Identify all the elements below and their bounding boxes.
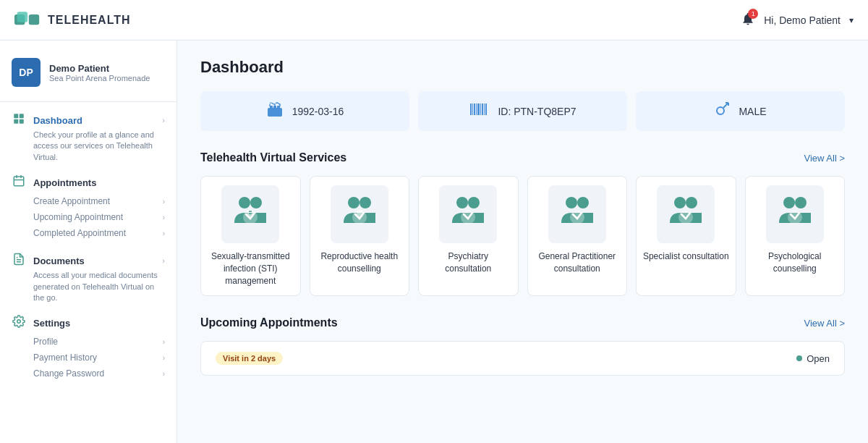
visit-badge: Visit in 2 days	[216, 352, 283, 365]
svg-point-39	[359, 197, 371, 208]
chevron-right-icon: ›	[163, 229, 165, 237]
chevron-right-icon: ›	[163, 338, 165, 346]
svg-rect-23	[474, 104, 475, 115]
service-card-reproductive[interactable]: Reproductive health counselling	[310, 176, 410, 296]
avatar: DP	[12, 58, 41, 87]
birthday-icon	[266, 102, 284, 120]
app-name: TELEHEALTH	[48, 14, 131, 27]
svg-rect-25	[477, 104, 480, 115]
service-card-sti[interactable]: Sexually-transmitted infection (STI) man…	[200, 176, 301, 296]
sidebar-item-dashboard[interactable]: Dashboard › Check your profile at a glan…	[0, 108, 176, 167]
service-icon-reproductive	[331, 185, 388, 243]
appointments-section-header: Upcoming Appointments View All >	[200, 316, 845, 329]
service-label-psychiatry: Psychiatry consultation	[425, 250, 512, 275]
service-card-psychological[interactable]: Psychological counselling	[745, 176, 846, 296]
dob-card: 1992-03-16	[200, 91, 409, 131]
sidebar-desc-dashboard: Check your profile at a glance and acces…	[12, 130, 165, 163]
service-icon-gp	[548, 185, 606, 243]
open-status: Open	[807, 353, 830, 364]
dob-value: 1992-03-16	[292, 106, 344, 117]
chevron-right-icon: ›	[163, 198, 165, 206]
svg-point-46	[577, 197, 589, 208]
services-section-header: Telehealth Virtual Services View All >	[200, 151, 845, 164]
sidebar-item-appointments[interactable]: Appointments Create Appointment › Upcomi…	[0, 170, 176, 245]
svg-rect-7	[14, 177, 24, 186]
user-greeting[interactable]: Hi, Demo Patient	[764, 14, 841, 26]
info-cards-row: 1992-03-16 ID: PTN-TQ	[200, 91, 845, 131]
user-menu-chevron[interactable]: ▾	[849, 15, 854, 25]
service-label-specialist: Specialist consultation	[643, 250, 729, 263]
svg-rect-28	[484, 104, 485, 115]
logo-area: TELEHEALTH	[14, 10, 131, 30]
services-grid: Sexually-transmitted infection (STI) man…	[200, 176, 845, 296]
patient-id-card: ID: PTN-TQ8EP7	[418, 91, 627, 131]
svg-rect-26	[480, 104, 481, 115]
svg-rect-27	[482, 104, 483, 115]
notification-bell[interactable]: 1	[741, 12, 755, 29]
appointment-card: Visit in 2 days Open	[200, 341, 845, 376]
svg-point-13	[17, 320, 21, 324]
gender-icon	[714, 101, 730, 121]
chevron-right-icon: ›	[163, 214, 165, 222]
sidebar-item-documents[interactable]: Documents › Access all your medical docu…	[0, 248, 176, 308]
sidebar-item-create-appointment[interactable]: Create Appointment ›	[33, 193, 165, 209]
sidebar-item-completed-appointment[interactable]: Completed Appointment ›	[33, 225, 165, 241]
services-view-all[interactable]: View All >	[804, 153, 846, 164]
appointments-subitems: Create Appointment › Upcoming Appointmen…	[12, 193, 165, 241]
svg-rect-41	[357, 210, 362, 217]
svg-point-35	[250, 197, 262, 208]
svg-rect-4	[20, 114, 24, 118]
service-icon-specialist	[657, 185, 715, 243]
svg-rect-3	[14, 114, 18, 118]
service-label-gp: General Practitioner consultation	[534, 250, 621, 275]
sidebar-item-change-password[interactable]: Change Password ›	[33, 366, 165, 381]
service-icon-psychiatry	[439, 185, 497, 243]
service-card-psychiatry[interactable]: Psychiatry consultation	[418, 176, 519, 296]
service-card-specialist[interactable]: Specialist consultation	[636, 176, 736, 296]
logo-icon	[14, 10, 41, 30]
user-profile: DP Demo Patient Sea Point Arena Promenad…	[0, 52, 176, 102]
settings-icon	[12, 315, 26, 331]
svg-rect-29	[485, 104, 487, 115]
gender-card: MALE	[636, 91, 845, 131]
svg-point-42	[456, 197, 468, 208]
sidebar-desc-documents: Access all your medical documents genera…	[12, 270, 165, 303]
dashboard-icon	[12, 112, 26, 128]
appointments-view-all[interactable]: View All >	[804, 318, 846, 329]
sidebar-item-profile[interactable]: Profile ›	[33, 334, 165, 350]
main-layout: DP Demo Patient Sea Point Arena Promenad…	[0, 41, 868, 443]
services-section-title: Telehealth Virtual Services	[200, 151, 346, 164]
svg-point-52	[795, 197, 807, 208]
svg-point-43	[468, 197, 480, 208]
sidebar: DP Demo Patient Sea Point Arena Promenad…	[0, 41, 177, 443]
svg-point-34	[239, 197, 250, 208]
chevron-right-icon: ›	[163, 370, 165, 378]
sidebar-item-upcoming-appointment[interactable]: Upcoming Appointment ›	[33, 209, 165, 225]
documents-icon	[12, 253, 26, 269]
service-icon-sti	[221, 185, 279, 243]
barcode-icon	[469, 102, 489, 120]
appointments-icon	[12, 174, 26, 190]
user-location: Sea Point Arena Promenade	[49, 74, 150, 83]
service-card-gp[interactable]: General Practitioner consultation	[527, 176, 628, 296]
sidebar-item-payment-history[interactable]: Payment History ›	[33, 350, 165, 366]
svg-rect-22	[472, 104, 473, 115]
service-icon-psychological	[766, 185, 824, 243]
documents-chevron: ›	[162, 256, 165, 265]
svg-point-45	[566, 197, 577, 208]
sidebar-item-settings[interactable]: Settings Profile › Payment History › Cha…	[0, 311, 176, 386]
svg-point-48	[674, 197, 686, 208]
svg-line-31	[723, 103, 728, 108]
main-content: Dashboard 1992-03	[177, 41, 868, 443]
svg-point-30	[717, 107, 724, 114]
open-badge: Open	[796, 353, 830, 364]
svg-point-38	[348, 197, 359, 208]
svg-point-51	[783, 197, 795, 208]
sidebar-label-documents: Documents	[33, 256, 85, 266]
svg-rect-21	[470, 104, 472, 115]
service-label-reproductive: Reproductive health counselling	[316, 250, 404, 275]
sidebar-label-settings: Settings	[33, 318, 70, 329]
svg-rect-1	[17, 12, 27, 22]
gender-value: MALE	[739, 106, 766, 117]
svg-rect-2	[29, 14, 39, 24]
